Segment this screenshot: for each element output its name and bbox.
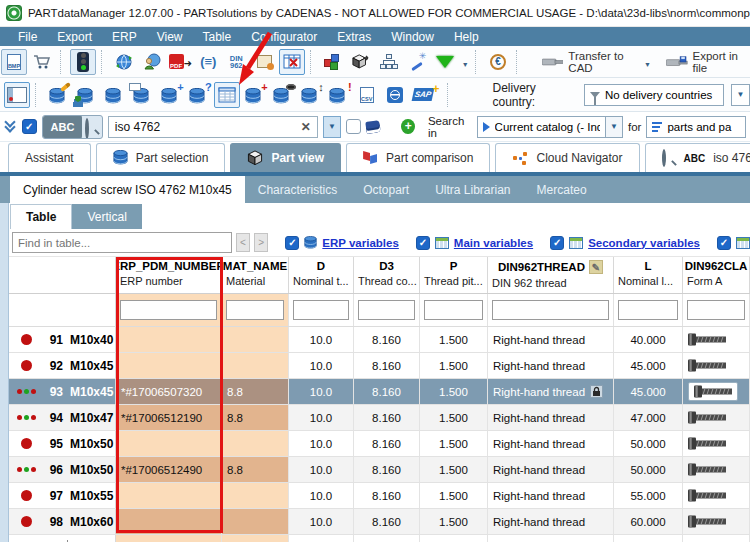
column-header-din962cla[interactable]: DIN962CLA Form A xyxy=(683,257,750,293)
row-header-cell[interactable]: 95M10x50 xyxy=(9,431,116,456)
tab-assistant[interactable]: Assistant xyxy=(8,143,91,172)
row-header-cell[interactable]: 93M10x45 xyxy=(9,379,116,404)
tab-part-view[interactable]: Part view xyxy=(230,143,341,172)
menu-item[interactable]: ERP xyxy=(102,27,147,46)
collapse-chevrons-icon[interactable] xyxy=(4,122,17,131)
erp-variables-link[interactable]: ERP variables xyxy=(322,237,399,249)
update-catalog-button[interactable] xyxy=(111,49,137,75)
column-header-erp[interactable]: ERP_PDM_NUMBER ERP number xyxy=(116,257,222,293)
erp-table-button[interactable] xyxy=(214,82,240,108)
more-variables-checkbox[interactable] xyxy=(717,236,731,250)
traffic-light-button[interactable] xyxy=(70,49,96,75)
tab-part-comparison[interactable]: Part comparison xyxy=(346,143,490,172)
subtab-characteristics[interactable]: Characteristics xyxy=(245,176,350,203)
variable-search-toggle[interactable] xyxy=(82,120,101,134)
delete-table-button[interactable] xyxy=(279,49,305,75)
menu-item[interactable]: File xyxy=(8,27,47,46)
menu-item[interactable]: Configurator xyxy=(241,27,327,46)
subtab-part[interactable]: Cylinder head screw ISO 4762 M10x45 xyxy=(10,176,245,203)
shopping-cart-button[interactable] xyxy=(29,49,55,75)
price-search-button[interactable]: € xyxy=(485,49,511,75)
form-view-button[interactable] xyxy=(4,82,30,108)
db-view-button[interactable] xyxy=(102,82,128,108)
db-sync-button[interactable]: ↕ xyxy=(298,82,324,108)
table-row[interactable]: 93M10x45*#170065073208.810.08.1601.500Ri… xyxy=(9,379,750,405)
table-row[interactable] xyxy=(9,535,750,542)
add-search-icon[interactable]: + xyxy=(401,119,414,134)
wizard-button[interactable] xyxy=(404,49,430,75)
secondary-variables-checkbox[interactable] xyxy=(550,236,564,250)
menu-item[interactable]: Help xyxy=(444,27,489,46)
tab-table-view[interactable]: Table xyxy=(10,204,72,229)
table-row[interactable]: 92M10x4510.08.1601.500Right-hand thread4… xyxy=(9,353,750,379)
menu-item[interactable]: Window xyxy=(381,27,444,46)
web-link-button[interactable] xyxy=(382,82,408,108)
db-label-button[interactable] xyxy=(130,82,156,108)
menu-item[interactable]: View xyxy=(147,27,193,46)
db-add-record-button[interactable]: + xyxy=(242,82,268,108)
main-variables-checkbox[interactable] xyxy=(416,236,430,250)
csv-export-button[interactable]: CSV xyxy=(354,82,380,108)
find-next-button[interactable]: > xyxy=(254,233,268,252)
menu-item[interactable]: Table xyxy=(193,27,242,46)
bmp-export-button[interactable]: BMP xyxy=(1,49,27,75)
column-header-d[interactable]: D Nominal t... xyxy=(289,257,354,293)
search-input[interactable] xyxy=(115,120,301,134)
structure-button[interactable] xyxy=(376,49,402,75)
menu-item[interactable]: Extras xyxy=(327,27,381,46)
search-scope-select[interactable]: Current catalog (- Indust xyxy=(477,116,623,138)
catalog-book-icon[interactable] xyxy=(365,120,381,134)
filter-dropdown-button[interactable] xyxy=(459,50,471,74)
row-header-cell[interactable]: 94M10x47 xyxy=(9,405,116,430)
transfer-dropdown-button[interactable] xyxy=(642,50,654,74)
db-login-button[interactable] xyxy=(46,82,72,108)
subtab-ultra-librarian[interactable]: Ultra Librarian xyxy=(422,176,523,203)
filter-input-mat[interactable] xyxy=(226,300,284,320)
filter-input-l[interactable] xyxy=(618,300,678,320)
row-header-cell[interactable]: 97M10x55 xyxy=(9,483,116,508)
tab-part-selection[interactable]: Part selection xyxy=(96,143,226,172)
din-962-button[interactable]: DIN962 xyxy=(223,49,249,75)
export-3d-button[interactable] xyxy=(348,49,374,75)
filter-input-erp[interactable] xyxy=(120,300,217,320)
sap-connect-button[interactable]: SAP+ xyxy=(410,82,436,108)
menu-item[interactable]: Export xyxy=(47,27,102,46)
delivery-country-select[interactable]: No delivery countries xyxy=(584,84,724,106)
export-in-file-button[interactable]: Export in file xyxy=(661,49,749,75)
main-variables-link[interactable]: Main variables xyxy=(454,237,533,249)
table-row[interactable]: 98M10x6010.08.1601.500Right-hand thread6… xyxy=(9,509,750,535)
delivery-country-dropdown-button[interactable] xyxy=(731,84,750,106)
db-status-button[interactable]: ! xyxy=(326,82,352,108)
edit-pencil-icon[interactable] xyxy=(589,260,603,274)
pdf-export-button[interactable]: PDF xyxy=(167,49,193,75)
secondary-variables-link[interactable]: Secondary variables xyxy=(588,237,700,249)
subtab-mercateo[interactable]: Mercateo xyxy=(524,176,600,203)
search-option-checkbox[interactable] xyxy=(22,119,37,134)
table-row[interactable]: 97M10x5510.08.1601.500Right-hand thread5… xyxy=(9,483,750,509)
table-row[interactable]: 95M10x5010.08.1601.500Right-hand thread5… xyxy=(9,431,750,457)
filter-input-d3[interactable] xyxy=(358,300,415,320)
filter-checkbox[interactable] xyxy=(346,119,361,134)
subtab-octopart[interactable]: Octopart xyxy=(350,176,422,203)
filter-input-cla[interactable] xyxy=(687,300,745,320)
formula-button[interactable]: (≡) xyxy=(195,49,221,75)
search-type-select[interactable]: parts and pa xyxy=(646,116,746,138)
tab-vertical-view[interactable]: Vertical xyxy=(72,204,141,229)
assembly-button[interactable] xyxy=(320,49,346,75)
column-header-din962thread[interactable]: DIN962THREAD DIN 962 thread xyxy=(488,257,614,293)
row-header-cell[interactable] xyxy=(9,535,116,542)
row-header-cell[interactable]: 92M10x45 xyxy=(9,353,116,378)
left-gutter[interactable] xyxy=(0,203,9,542)
search-history-dropdown[interactable] xyxy=(323,116,341,138)
db-preview-button[interactable] xyxy=(270,82,296,108)
column-header-mat[interactable]: MAT_NAME Material xyxy=(222,257,289,293)
tab-cloud-navigator[interactable]: Cloud Navigator xyxy=(495,143,639,172)
column-header-d3[interactable]: D3 Thread co... xyxy=(354,257,420,293)
filter-input-p[interactable] xyxy=(424,300,483,320)
column-header-p[interactable]: P Thread pit... xyxy=(420,257,488,293)
db-query-button[interactable]: ? xyxy=(186,82,212,108)
column-header-l[interactable]: L Nominal l... xyxy=(614,257,683,293)
row-header-cell[interactable]: 91M10x40 xyxy=(9,327,116,352)
find-in-table-input[interactable] xyxy=(12,232,232,253)
find-previous-button[interactable]: < xyxy=(236,233,250,252)
